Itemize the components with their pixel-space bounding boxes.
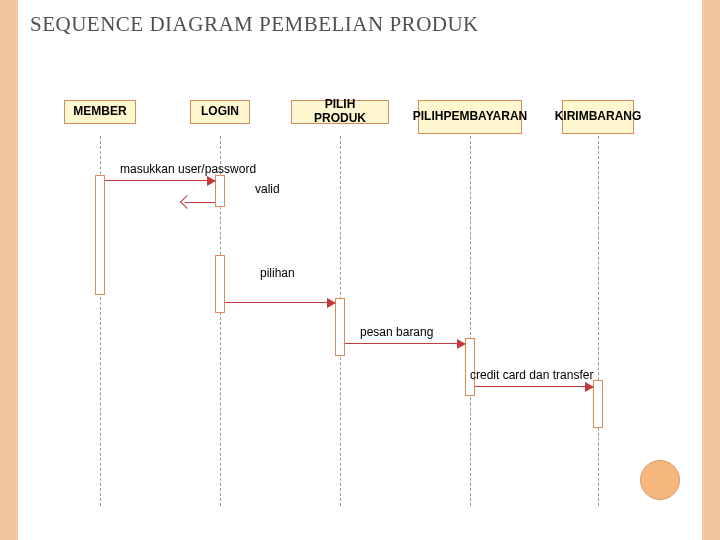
message-arrow-3 xyxy=(345,343,465,344)
lane-header-pilih-produk: PILIH PRODUK xyxy=(291,100,389,124)
activation-5 xyxy=(593,380,603,428)
lane-header-member: MEMBER xyxy=(64,100,136,124)
lane-header-text: PILIH PRODUK xyxy=(298,98,382,126)
activation-3 xyxy=(335,298,345,356)
title-seg-d: EMBELIAN PRODUK xyxy=(271,12,479,36)
title-seg-a: S xyxy=(30,12,42,36)
lane-header-text: PEMBAYARAN xyxy=(443,110,527,124)
lane-header-text: KIRIM xyxy=(555,110,589,124)
lane-header-text: MEMBER xyxy=(73,105,126,119)
lane-header-pilih-pembayaran: PILIHPEMBAYARAN xyxy=(418,100,522,134)
title-seg-c: P xyxy=(259,12,271,36)
message-arrow-0 xyxy=(105,180,215,181)
lifeline-kirim-barang xyxy=(598,136,599,506)
slide-border-left xyxy=(0,0,18,540)
message-label-0: masukkan user/password xyxy=(120,162,256,176)
message-label-1: valid xyxy=(255,182,280,196)
lane-header-kirim-barang: KIRIMBARANG xyxy=(562,100,634,134)
title-seg-b: EQUENCE DIAGRAM xyxy=(42,12,259,36)
sequence-diagram: MEMBERLOGINPILIH PRODUKPILIHPEMBAYARANKI… xyxy=(30,70,690,520)
activation-0 xyxy=(95,175,105,295)
activation-1 xyxy=(215,175,225,207)
lane-header-text: LOGIN xyxy=(201,105,239,119)
message-arrow-2 xyxy=(225,302,335,303)
lane-header-text: BARANG xyxy=(589,110,642,124)
message-arrow-4 xyxy=(475,386,593,387)
lane-header-login: LOGIN xyxy=(190,100,250,124)
slide-border-right xyxy=(702,0,720,540)
activation-2 xyxy=(215,255,225,313)
message-arrowhead-1 xyxy=(180,195,194,209)
activation-4 xyxy=(465,338,475,396)
message-label-2: pilihan xyxy=(260,266,295,280)
lane-header-text: PILIH xyxy=(413,110,444,124)
decorative-circle xyxy=(640,460,680,500)
message-label-3: pesan barang xyxy=(360,325,433,339)
message-label-4: credit card dan transfer xyxy=(470,368,593,382)
slide-title: SEQUENCE DIAGRAM PEMBELIAN PRODUK xyxy=(30,12,479,37)
lifeline-pilih-pembayaran xyxy=(470,136,471,506)
